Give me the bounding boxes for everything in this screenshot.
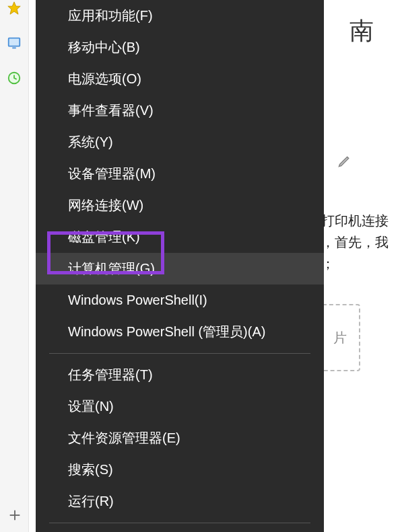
menu-item-mobility[interactable]: 移动中心(B) [36,32,324,63]
menu-item-explorer[interactable]: 文件资源管理器(E) [36,422,324,454]
menu-item-label: 设置(N) [68,397,114,416]
menu-item-label: 设备管理器(M) [68,165,156,183]
menu-item-task-mgr[interactable]: 任务管理器(T) [36,359,324,391]
page-title-fragment: 南 [349,15,374,48]
menu-item-device-mgr[interactable]: 设备管理器(M) [36,158,324,190]
add-icon[interactable] [0,508,29,523]
svg-marker-0 [8,2,20,14]
menu-item-label: 运行(R) [68,492,114,510]
menu-item-settings[interactable]: 设置(N) [36,391,324,422]
menu-item-label: 移动中心(B) [68,38,140,56]
edit-icon[interactable] [337,153,352,171]
winx-context-menu: 应用和功能(F)移动中心(B)电源选项(O)事件查看器(V)系统(Y)设备管理器… [36,0,324,532]
left-rail [0,0,29,532]
menu-item-label: Windows PowerShell (管理员)(A) [68,323,265,341]
menu-item-label: 任务管理器(T) [68,366,153,384]
menu-item-label: 事件查看器(V) [68,102,154,120]
menu-divider [49,523,310,523]
menu-item-disk-mgmt[interactable]: 磁盘管理(K) [36,221,324,253]
menu-item-apps[interactable]: 应用和功能(F) [36,0,324,32]
menu-item-ps-admin[interactable]: Windows PowerShell (管理员)(A) [36,316,324,348]
monitor-icon[interactable] [6,35,22,51]
menu-item-label: 计算机管理(G) [68,260,155,278]
menu-item-event-viewer[interactable]: 事件查看器(V) [36,95,324,126]
menu-divider [49,353,310,354]
menu-item-label: 搜索(S) [68,461,113,479]
menu-item-label: 网络连接(W) [68,196,143,215]
svg-rect-1 [9,38,20,46]
menu-item-shutdown[interactable]: 关机或注销(U) [36,529,324,532]
menu-item-run[interactable]: 运行(R) [36,486,324,517]
menu-item-network[interactable]: 网络连接(W) [36,190,324,221]
menu-item-power[interactable]: 电源选项(O) [36,63,324,95]
menu-item-label: 系统(Y) [68,133,113,151]
menu-item-label: 文件资源管理器(E) [68,429,180,447]
menu-item-label: 电源选项(O) [68,70,141,88]
menu-item-ps[interactable]: Windows PowerShell(I) [36,284,324,316]
menu-item-label: Windows PowerShell(I) [68,293,207,308]
clock-icon[interactable] [6,70,22,86]
menu-item-label: 磁盘管理(K) [68,228,140,246]
menu-item-system[interactable]: 系统(Y) [36,126,324,158]
body-text: 打印机连接 ，首先，我 ； [321,210,402,274]
menu-item-label: 应用和功能(F) [68,7,153,25]
star-icon[interactable] [6,0,22,16]
menu-item-computer-mgmt[interactable]: 计算机管理(G) [36,253,324,284]
menu-item-search[interactable]: 搜索(S) [36,454,324,486]
image-placeholder[interactable]: 片 [320,304,360,371]
